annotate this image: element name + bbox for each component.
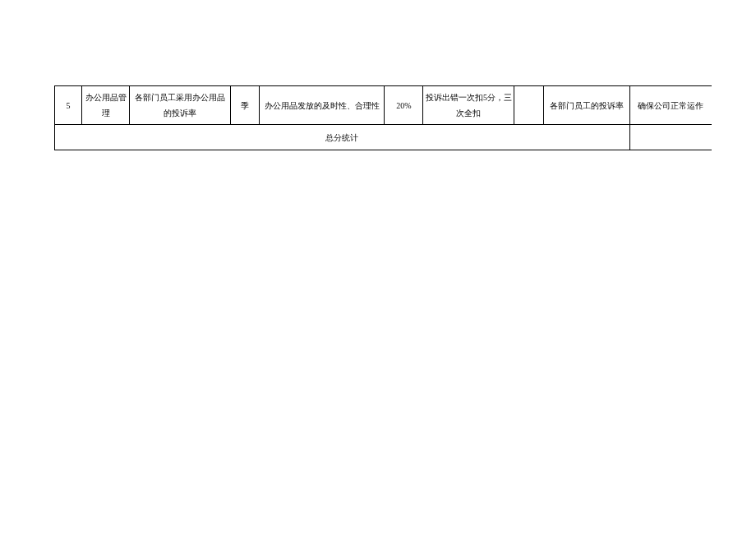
cell-content: 办公用品发放的及时性、合理性 bbox=[260, 86, 385, 125]
cell-period: 季 bbox=[231, 86, 260, 125]
table: 5 办公用品管理 各部门员工采用办公用品的投诉率 季 办公用品发放的及时性、合理… bbox=[54, 85, 712, 150]
cell-scoring: 投诉出错一次扣5分，三次全扣 bbox=[423, 86, 514, 125]
cell-num: 5 bbox=[55, 86, 82, 125]
summary-row: 总分统计 bbox=[55, 125, 712, 150]
cell-weight: 20% bbox=[385, 86, 423, 125]
summary-value bbox=[629, 125, 712, 150]
cell-desc: 各部门员工采用办公用品的投诉率 bbox=[130, 86, 231, 125]
summary-label: 总分统计 bbox=[55, 125, 630, 150]
table-row: 5 办公用品管理 各部门员工采用办公用品的投诉率 季 办公用品发放的及时性、合理… bbox=[55, 86, 712, 125]
cell-name: 办公用品管理 bbox=[81, 86, 130, 125]
assessment-table: 5 办公用品管理 各部门员工采用办公用品的投诉率 季 办公用品发放的及时性、合理… bbox=[54, 85, 712, 150]
cell-source: 各部门员工的投诉率 bbox=[543, 86, 629, 125]
cell-score bbox=[514, 86, 543, 125]
cell-goal: 确保公司正常运作 bbox=[629, 86, 712, 125]
